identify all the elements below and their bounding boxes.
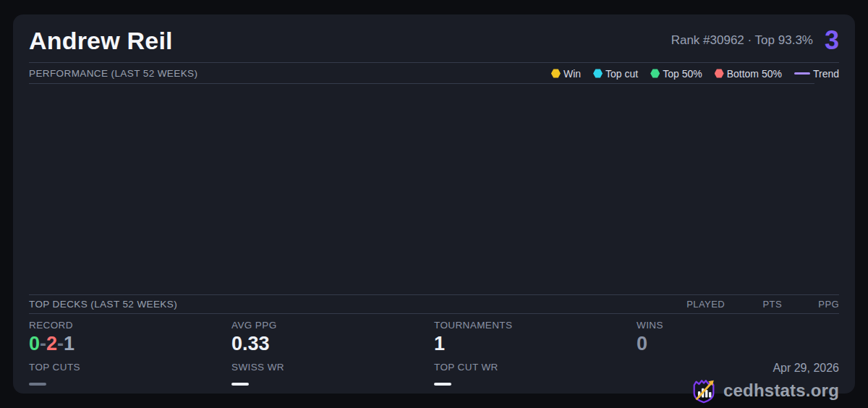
- record-draws: 1: [64, 333, 75, 354]
- stat-label: SWISS WR: [231, 362, 434, 373]
- stat-label: TOP CUTS: [29, 362, 231, 373]
- brand-name: cedhstats.org: [723, 381, 839, 401]
- swiss-wr-empty-value: [231, 383, 249, 386]
- legend-label: Bottom 50%: [727, 68, 782, 80]
- tournaments-value: 1: [434, 333, 637, 355]
- column-header-ppg: PPG: [782, 299, 839, 310]
- rank-text: Rank #30962 · Top 93.3%: [671, 33, 813, 48]
- legend-item-top-50: Top 50%: [650, 68, 702, 80]
- generated-date: Apr 29, 2026: [637, 362, 839, 375]
- top-decks-columns: PLAYED PTS PPG: [668, 299, 839, 310]
- column-header-pts: PTS: [725, 299, 782, 310]
- record-separator: -: [57, 333, 64, 354]
- record-losses: 2: [46, 333, 57, 354]
- stat-label: RECORD: [29, 320, 231, 331]
- legend-label: Win: [563, 68, 581, 80]
- summary-stats: RECORD 0-2-1 AVG PPG 0.33 TOURNAMENTS 1 …: [29, 314, 839, 404]
- bottom-50-dot-icon: [715, 69, 724, 78]
- rank-meta: Rank #30962 · Top 93.3% 3: [671, 27, 839, 54]
- score-badge: 3: [825, 27, 839, 54]
- performance-chart-area: [29, 84, 839, 294]
- stat-top-cut-wr: TOP CUT WR: [434, 362, 637, 404]
- top-cut-dot-icon: [593, 69, 603, 78]
- stat-swiss-wr: SWISS WR: [231, 362, 434, 404]
- legend-label: Top cut: [605, 68, 638, 80]
- top-decks-header-row: TOP DECKS (LAST 52 WEEKS) PLAYED PTS PPG: [29, 294, 839, 314]
- footer: Apr 29, 2026 cedhstats.org: [637, 362, 839, 404]
- top-cuts-empty-value: [29, 383, 46, 386]
- win-dot-icon: [551, 69, 561, 78]
- trend-line-icon: [794, 72, 810, 75]
- legend-item-bottom-50: Bottom 50%: [715, 68, 782, 80]
- brand: cedhstats.org: [637, 377, 839, 404]
- legend-label: Top 50%: [663, 68, 702, 80]
- wins-value: 0: [637, 333, 839, 355]
- card-header: Andrew Reil Rank #30962 · Top 93.3% 3: [29, 14, 839, 63]
- top-50-dot-icon: [650, 69, 660, 78]
- stats-row-1: RECORD 0-2-1 AVG PPG 0.33 TOURNAMENTS 1 …: [29, 320, 839, 355]
- stat-label: TOURNAMENTS: [434, 320, 637, 331]
- cedhstats-logo-icon: [690, 377, 718, 404]
- stat-top-cuts: TOP CUTS: [29, 362, 231, 404]
- legend-item-top-cut: Top cut: [593, 68, 638, 80]
- legend-item-trend: Trend: [794, 68, 839, 80]
- legend-label: Trend: [813, 68, 839, 80]
- stat-label: AVG PPG: [231, 320, 434, 331]
- record-wins: 0: [29, 333, 40, 354]
- performance-title: PERFORMANCE (LAST 52 WEEKS): [29, 68, 197, 79]
- record-value: 0-2-1: [29, 333, 231, 355]
- stat-label: WINS: [637, 320, 839, 331]
- stat-label: TOP CUT WR: [434, 362, 637, 373]
- player-stats-card: Andrew Reil Rank #30962 · Top 93.3% 3 PE…: [13, 14, 855, 394]
- stat-tournaments: TOURNAMENTS 1: [434, 320, 637, 355]
- record-separator: -: [40, 333, 46, 354]
- performance-header-row: PERFORMANCE (LAST 52 WEEKS) Win Top cut …: [29, 63, 839, 84]
- chart-legend: Win Top cut Top 50% Bottom 50% Trend: [551, 68, 839, 80]
- stat-wins: WINS 0: [637, 320, 839, 355]
- stat-avg-ppg: AVG PPG 0.33: [231, 320, 434, 355]
- player-name: Andrew Reil: [29, 27, 173, 55]
- legend-item-win: Win: [551, 68, 581, 80]
- column-header-played: PLAYED: [668, 299, 725, 310]
- top-decks-title: TOP DECKS (LAST 52 WEEKS): [29, 299, 177, 310]
- top-cut-wr-empty-value: [434, 383, 451, 386]
- stats-row-2: TOP CUTS SWISS WR TOP CUT WR Apr 29, 202…: [29, 362, 839, 404]
- stat-record: RECORD 0-2-1: [29, 320, 231, 355]
- avg-ppg-value: 0.33: [231, 333, 434, 355]
